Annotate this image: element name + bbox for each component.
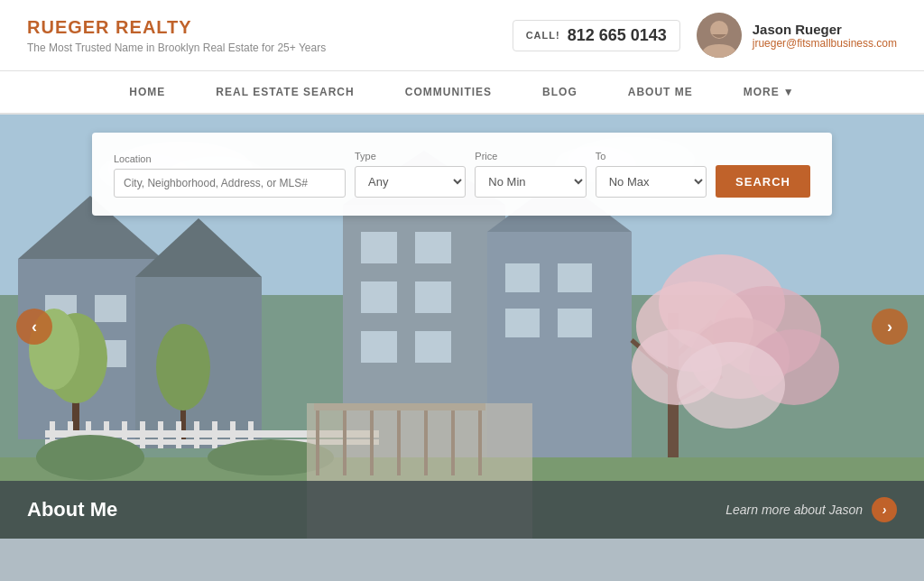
search-fields: Location Type Any Price No Min To No Max [114,151,810,198]
type-select[interactable]: Any [355,166,466,198]
svg-rect-27 [415,232,451,263]
agent-name: Jason Rueger [753,22,897,37]
agent-section: Jason Rueger jrueger@fitsmallbusiness.co… [697,13,897,58]
header-right: CALL! 812 665 0143 Jason Rueger jrueger@… [513,13,897,58]
to-select[interactable]: No Max [596,166,707,198]
nav-item-communities[interactable]: COMMUNITIES [380,71,517,113]
search-button[interactable]: SEARCH [716,165,810,198]
location-input[interactable] [114,169,346,198]
svg-rect-30 [361,331,397,363]
search-panel: Location Type Any Price No Min To No Max [92,133,832,216]
header: RUEGER REALTY The Most Trusted Name in B… [0,0,924,71]
svg-rect-26 [361,232,397,263]
avatar [697,13,742,58]
svg-rect-65 [316,403,319,475]
call-number: 812 665 0143 [568,26,667,45]
type-field: Type Any [355,151,466,198]
hero-section: Location Type Any Price No Min To No Max [0,115,924,539]
to-label: To [596,151,707,161]
nav-item-blog[interactable]: BLOG [517,71,603,113]
price-select[interactable]: No Min [475,166,586,198]
svg-rect-56 [176,421,181,448]
svg-rect-58 [212,421,217,448]
svg-rect-67 [370,403,374,475]
svg-rect-66 [343,403,346,475]
agent-email: jrueger@fitsmallbusiness.com [753,37,897,50]
brand: RUEGER REALTY The Most Trusted Name in B… [27,17,326,54]
svg-rect-14 [95,295,126,322]
svg-point-21 [156,324,210,410]
svg-rect-68 [397,403,401,475]
call-section: CALL! 812 665 0143 [513,20,680,51]
svg-rect-35 [558,309,592,337]
svg-rect-72 [314,403,485,410]
nav-item-about-me[interactable]: ABOUT ME [603,71,718,113]
svg-rect-31 [415,331,451,363]
svg-rect-28 [361,281,397,313]
price-label: Price [475,151,586,161]
nav-item-more[interactable]: MORE ▼ [718,71,820,113]
hero-next-button[interactable]: › [872,309,908,345]
nav-item-real-estate-search[interactable]: REAL ESTATE SEARCH [190,71,379,113]
about-banner-arrow-icon: › [872,497,897,522]
svg-rect-57 [194,421,199,448]
svg-rect-54 [140,421,145,448]
to-field: To No Max [596,151,707,198]
agent-info: Jason Rueger jrueger@fitsmallbusiness.co… [753,22,897,50]
about-banner-title: About Me [27,498,117,521]
bottom-strip [0,539,924,581]
call-label: CALL! [526,30,560,41]
svg-rect-34 [505,309,540,337]
svg-point-46 [677,342,785,429]
about-banner-link-text: Learn more about Jason [725,503,863,517]
location-label: Location [114,153,346,164]
brand-tagline: The Most Trusted Name in Brooklyn Real E… [27,42,326,54]
svg-point-62 [36,435,144,480]
location-field: Location [114,153,346,198]
chevron-down-icon: ▼ [783,86,795,98]
main-nav: HOME REAL ESTATE SEARCH COMMUNITIES BLOG… [0,71,924,115]
hero-prev-button[interactable]: ‹ [16,309,52,345]
svg-rect-29 [415,281,451,313]
svg-rect-55 [158,421,163,448]
nav-item-home[interactable]: HOME [104,71,190,113]
about-banner-link[interactable]: Learn more about Jason › [725,497,897,522]
about-banner: About Me Learn more about Jason › [0,481,924,539]
svg-rect-71 [478,403,482,475]
svg-rect-70 [451,403,455,475]
svg-rect-69 [424,403,428,475]
chevron-right-icon: › [887,318,892,337]
svg-rect-33 [558,263,592,292]
chevron-left-icon: ‹ [32,318,37,337]
brand-logo: RUEGER REALTY [27,17,326,38]
price-field: Price No Min [475,151,586,198]
svg-rect-32 [505,263,540,292]
type-label: Type [355,151,466,161]
